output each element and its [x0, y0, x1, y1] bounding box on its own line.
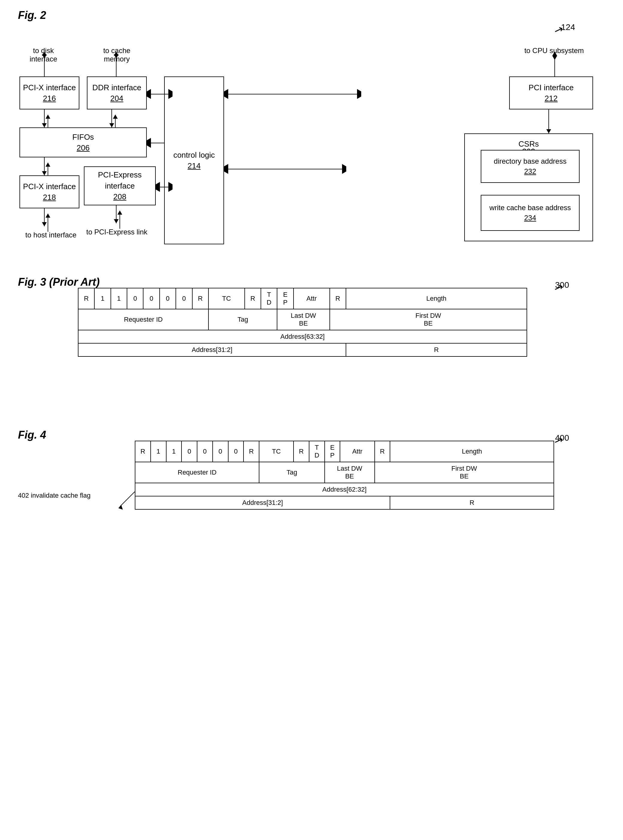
arrow-cache-up	[114, 46, 119, 64]
f4-cell-0b: 0	[197, 441, 213, 462]
f4-cell-0d: 0	[228, 441, 244, 462]
arrow-host-up	[46, 208, 50, 232]
label-host: to host interface	[21, 231, 81, 239]
f4-cell-addr31-2: Address[31:2]	[135, 496, 390, 509]
box-control: control logic 214	[164, 77, 224, 244]
cell-requester-id: Requester ID	[78, 309, 209, 330]
cell-0a: 0	[127, 288, 143, 309]
cell-r1: R	[78, 288, 94, 309]
arrow-124: ↙	[552, 23, 565, 38]
arrow-fig3-ref: ↙	[552, 281, 565, 295]
box-write-cache: write cache base address 234	[481, 195, 580, 231]
fig4-label: Fig. 4	[18, 429, 46, 441]
f4-cell-td: TD	[309, 441, 325, 462]
cell-attr: Attr	[293, 288, 330, 309]
f4-cell-11a: 1	[150, 441, 166, 462]
fig4-table: R 1 1 0 0 0 0 R TC R TD EP Attr R Length…	[135, 441, 554, 510]
box-pci: PCI interface 212	[509, 77, 593, 109]
cell-tag: Tag	[209, 309, 277, 330]
box-dir-base: directory base address 232	[481, 150, 580, 183]
f4-cell-length: Length	[390, 441, 554, 462]
box-pcix-bot: PCI-X interface 218	[20, 175, 79, 208]
f4-cell-11b: 1	[166, 441, 182, 462]
f4-cell-r4: R	[375, 441, 390, 462]
arrow-fig4-ref: ↙	[552, 434, 565, 448]
f4-cell-tag: Tag	[259, 462, 325, 483]
f4-cell-tc: TC	[259, 441, 293, 462]
box-fifos: FIFOs 206	[20, 128, 147, 157]
arrow-control-pci	[224, 91, 361, 97]
box-ddr: DDR interface 204	[87, 77, 147, 109]
f4-cell-ep: EP	[325, 441, 340, 462]
cell-td: TD	[261, 288, 277, 309]
arrow-disk-up	[42, 46, 47, 64]
f4-cell-last-dw: Last DWBE	[325, 462, 375, 483]
cell-length: Length	[346, 288, 527, 309]
cell-0b: 0	[143, 288, 160, 309]
fig4-flag-label: 402 invalidate cache flag	[18, 492, 126, 500]
cell-r3: R	[245, 288, 261, 309]
box-pcix-top: PCI-X interface 216	[20, 77, 79, 109]
box-pciexpress: PCI-Express interface 208	[84, 166, 156, 205]
f4-cell-r2: R	[244, 441, 259, 462]
arrow-control-csrs	[224, 166, 346, 172]
fig3-label: Fig. 3 (Prior Art)	[18, 276, 100, 288]
cell-tc: TC	[209, 288, 245, 309]
cell-addr63-32: Address[63:32]	[78, 330, 527, 343]
f4-cell-r1: R	[135, 441, 150, 462]
arrow-pciexpress-control	[156, 185, 172, 190]
f4-cell-0a: 0	[181, 441, 197, 462]
svg-line-0	[120, 492, 135, 507]
arrow-pciexpress-up	[117, 205, 122, 229]
cell-11a: 1	[94, 288, 110, 309]
cell-r5: R	[346, 343, 527, 357]
fig3-table: R 1 1 0 0 0 0 R TC R TD EP Attr R Length…	[78, 288, 527, 357]
f4-cell-r5: R	[390, 496, 554, 509]
cell-11b: 1	[111, 288, 127, 309]
cell-addr31-2: Address[31:2]	[78, 343, 346, 357]
f4-cell-addr62-32: Address[62:32]	[135, 483, 554, 496]
cell-0d: 0	[176, 288, 192, 309]
f4-cell-0c: 0	[213, 441, 228, 462]
arrow-cpu-up	[552, 46, 557, 65]
f4-cell-attr: Attr	[340, 441, 374, 462]
cell-r2: R	[192, 288, 209, 309]
cell-ep: EP	[277, 288, 293, 309]
cell-first-dw: First DWBE	[330, 309, 527, 330]
cell-last-dw: Last DWBE	[277, 309, 330, 330]
f4-cell-requester-id: Requester ID	[135, 462, 259, 483]
cell-0c: 0	[160, 288, 176, 309]
fig2-label: Fig. 2	[18, 9, 46, 22]
label-pci-express-link: to PCI-Express link	[78, 228, 156, 236]
cell-r4: R	[330, 288, 346, 309]
arrow-ddr-control	[147, 91, 172, 97]
f4-cell-first-dw: First DWBE	[375, 462, 554, 483]
f4-cell-r3: R	[293, 441, 309, 462]
arrow-flag-svg	[117, 489, 138, 512]
